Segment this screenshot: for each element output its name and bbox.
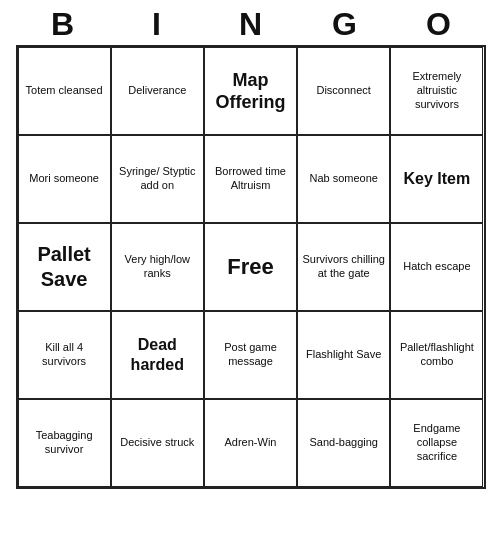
bingo-letter-n: N <box>207 6 295 43</box>
bingo-cell-15[interactable]: Kill all 4 survivors <box>18 311 111 399</box>
cell-text-23: Sand-bagging <box>309 436 378 450</box>
cell-text-6: Syringe/ Styptic add on <box>116 165 199 193</box>
cell-text-5: Mori someone <box>29 172 99 186</box>
cell-text-11: Very high/low ranks <box>116 253 199 281</box>
cell-text-8: Nab someone <box>309 172 378 186</box>
cell-text-3: Disconnect <box>316 84 370 98</box>
cell-text-10: Pallet Save <box>23 242 106 292</box>
cell-text-21: Decisive struck <box>120 436 194 450</box>
bingo-cell-6[interactable]: Syringe/ Styptic add on <box>111 135 204 223</box>
bingo-cell-16[interactable]: Dead harded <box>111 311 204 399</box>
bingo-cell-14[interactable]: Hatch escape <box>390 223 483 311</box>
bingo-cell-10[interactable]: Pallet Save <box>18 223 111 311</box>
bingo-letter-i: I <box>113 6 201 43</box>
cell-text-24: Endgame collapse sacrifice <box>395 422 478 463</box>
bingo-letter-g: G <box>301 6 389 43</box>
cell-text-20: Teabagging survivor <box>23 429 106 457</box>
bingo-cell-23[interactable]: Sand-bagging <box>297 399 390 487</box>
bingo-cell-11[interactable]: Very high/low ranks <box>111 223 204 311</box>
bingo-cell-3[interactable]: Disconnect <box>297 47 390 135</box>
bingo-cell-18[interactable]: Flashlight Save <box>297 311 390 399</box>
cell-text-9: Key Item <box>404 169 471 189</box>
bingo-cell-12[interactable]: Free <box>204 223 297 311</box>
bingo-cell-24[interactable]: Endgame collapse sacrifice <box>390 399 483 487</box>
cell-text-1: Deliverance <box>128 84 186 98</box>
bingo-cell-4[interactable]: Extremely altruistic survivors <box>390 47 483 135</box>
bingo-cell-19[interactable]: Pallet/flashlight combo <box>390 311 483 399</box>
bingo-grid: Totem cleansedDeliveranceMap OfferingDis… <box>16 45 486 489</box>
cell-text-18: Flashlight Save <box>306 348 381 362</box>
bingo-letter-b: B <box>19 6 107 43</box>
cell-text-15: Kill all 4 survivors <box>23 341 106 369</box>
cell-text-13: Survivors chilling at the gate <box>302 253 385 281</box>
cell-text-12: Free <box>227 253 273 281</box>
bingo-cell-21[interactable]: Decisive struck <box>111 399 204 487</box>
bingo-cell-20[interactable]: Teabagging survivor <box>18 399 111 487</box>
bingo-header: BINGO <box>16 0 486 45</box>
bingo-letter-o: O <box>395 6 483 43</box>
cell-text-2: Map Offering <box>209 69 292 114</box>
cell-text-17: Post game message <box>209 341 292 369</box>
bingo-cell-7[interactable]: Borrowed time Altruism <box>204 135 297 223</box>
bingo-cell-8[interactable]: Nab someone <box>297 135 390 223</box>
bingo-cell-22[interactable]: Adren-Win <box>204 399 297 487</box>
bingo-cell-17[interactable]: Post game message <box>204 311 297 399</box>
cell-text-4: Extremely altruistic survivors <box>395 70 478 111</box>
bingo-cell-13[interactable]: Survivors chilling at the gate <box>297 223 390 311</box>
cell-text-22: Adren-Win <box>225 436 277 450</box>
cell-text-19: Pallet/flashlight combo <box>395 341 478 369</box>
bingo-cell-9[interactable]: Key Item <box>390 135 483 223</box>
bingo-cell-2[interactable]: Map Offering <box>204 47 297 135</box>
bingo-cell-1[interactable]: Deliverance <box>111 47 204 135</box>
bingo-cell-5[interactable]: Mori someone <box>18 135 111 223</box>
cell-text-7: Borrowed time Altruism <box>209 165 292 193</box>
cell-text-16: Dead harded <box>116 335 199 375</box>
cell-text-14: Hatch escape <box>403 260 470 274</box>
cell-text-0: Totem cleansed <box>26 84 103 98</box>
bingo-cell-0[interactable]: Totem cleansed <box>18 47 111 135</box>
